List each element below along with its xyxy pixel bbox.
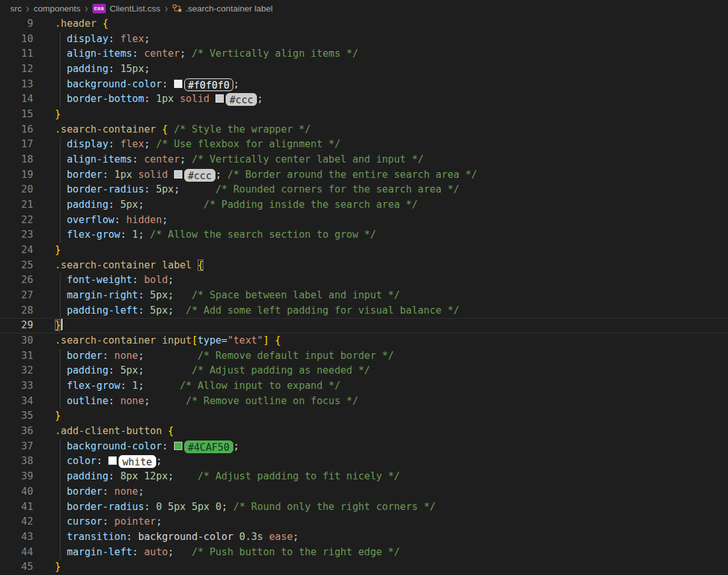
line-number[interactable]: 37 bbox=[0, 439, 33, 455]
code-token: } bbox=[55, 410, 61, 421]
line-number[interactable]: 36 bbox=[0, 424, 33, 439]
code-line[interactable]: 37 background-color: #4CAF50; bbox=[0, 439, 728, 455]
line-number[interactable]: 29 bbox=[0, 318, 33, 333]
line-number[interactable]: 31 bbox=[0, 349, 33, 364]
code-line[interactable]: 41 border-radius: 0 5px 5px 0; /* Round … bbox=[0, 500, 728, 515]
code-editor[interactable]: 9.header {10 display: flex;11 align-item… bbox=[0, 17, 728, 575]
code-text: padding: 5px; /* Adjust padding as neede… bbox=[55, 363, 370, 379]
line-number[interactable]: 21 bbox=[0, 198, 33, 213]
breadcrumb-item-file[interactable]: css ClientList.css bbox=[92, 4, 161, 13]
line-number[interactable]: 40 bbox=[0, 484, 33, 500]
code-line[interactable]: 13 background-color: #f0f0f0; bbox=[0, 77, 728, 92]
code-token bbox=[150, 395, 186, 407]
code-text: .header { bbox=[55, 17, 108, 32]
line-number[interactable]: 10 bbox=[0, 32, 33, 47]
code-token: : bbox=[108, 365, 120, 376]
line-number[interactable]: 33 bbox=[0, 379, 33, 394]
code-line[interactable]: 27 margin-right: 5px; /* Space between l… bbox=[0, 288, 728, 303]
line-number[interactable]: 43 bbox=[0, 530, 33, 545]
line-number[interactable]: 18 bbox=[0, 152, 33, 168]
line-number[interactable]: 23 bbox=[0, 228, 33, 243]
line-number[interactable]: 17 bbox=[0, 137, 33, 152]
code-line[interactable]: 18 align-items: center; /* Vertically ce… bbox=[0, 152, 728, 168]
code-line[interactable]: 19 border: 1px solid #ccc; /* Border aro… bbox=[0, 168, 728, 183]
code-line[interactable]: 17 display: flex; /* Use flexbox for ali… bbox=[0, 137, 728, 152]
line-number[interactable]: 45 bbox=[0, 560, 33, 575]
line-number[interactable]: 24 bbox=[0, 243, 33, 258]
line-number[interactable]: 41 bbox=[0, 500, 33, 515]
code-line[interactable]: 12 padding: 15px; bbox=[0, 62, 728, 77]
code-line[interactable]: 22 overflow: hidden; bbox=[0, 213, 728, 228]
code-line[interactable]: 29} bbox=[0, 318, 728, 333]
breadcrumb-item-src[interactable]: src bbox=[10, 4, 22, 13]
code-line[interactable]: 34 outline: none; /* Remove outline on f… bbox=[0, 394, 728, 409]
breadcrumb-item-components[interactable]: components bbox=[34, 4, 81, 13]
code-line[interactable]: 14 border-bottom: 1px solid #ccc; bbox=[0, 92, 728, 107]
line-number[interactable]: 39 bbox=[0, 469, 33, 484]
line-number[interactable]: 20 bbox=[0, 182, 33, 198]
code-token: ; bbox=[174, 184, 180, 195]
code-token: /* Adjust padding to fit nicely */ bbox=[198, 470, 400, 482]
line-number[interactable]: 26 bbox=[0, 273, 33, 288]
code-line[interactable]: 40 border: none; bbox=[0, 484, 728, 500]
line-number[interactable]: 25 bbox=[0, 258, 33, 273]
code-token bbox=[210, 501, 215, 513]
line-number[interactable]: 35 bbox=[0, 409, 33, 424]
line-number[interactable]: 30 bbox=[0, 333, 33, 349]
line-number[interactable]: 14 bbox=[0, 92, 33, 107]
code-token bbox=[55, 169, 67, 180]
code-token: .search-container bbox=[55, 124, 162, 135]
breadcrumb-item-symbol[interactable]: .search-container label bbox=[172, 3, 273, 13]
code-line[interactable]: 33 flex-grow: 1; /* Allow input to expan… bbox=[0, 379, 728, 394]
line-number[interactable]: 38 bbox=[0, 454, 33, 469]
line-number[interactable]: 11 bbox=[0, 47, 33, 62]
line-number[interactable]: 22 bbox=[0, 213, 33, 228]
code-line[interactable]: 9.header { bbox=[0, 17, 728, 32]
line-number[interactable]: 9 bbox=[0, 17, 33, 32]
line-number[interactable]: 13 bbox=[0, 77, 33, 92]
code-line[interactable]: 24} bbox=[0, 243, 728, 258]
code-line[interactable]: 32 padding: 5px; /* Adjust padding as ne… bbox=[0, 363, 728, 379]
breadcrumb-label: components bbox=[34, 4, 81, 13]
line-number[interactable]: 12 bbox=[0, 62, 33, 77]
code-line[interactable]: 21 padding: 5px; /* Padding inside the s… bbox=[0, 198, 728, 213]
code-line[interactable]: 36.add-client-button { bbox=[0, 424, 728, 439]
code-line[interactable]: 35} bbox=[0, 409, 728, 424]
code-line[interactable]: 11 align-items: center; /* Vertically al… bbox=[0, 47, 728, 62]
code-text: border-radius: 5px; /* Rounded corners f… bbox=[55, 182, 460, 198]
code-line[interactable]: 25.search-container label { bbox=[0, 258, 728, 273]
code-line[interactable]: 45} bbox=[0, 560, 728, 575]
line-number[interactable]: 28 bbox=[0, 303, 33, 319]
code-line[interactable]: 44 margin-left: auto; /* Push button to … bbox=[0, 545, 728, 560]
line-number[interactable]: 27 bbox=[0, 288, 33, 303]
code-token: : bbox=[132, 154, 144, 165]
line-number[interactable]: 16 bbox=[0, 122, 33, 138]
code-token: /* Remove outline on focus */ bbox=[186, 395, 358, 407]
code-line[interactable]: 16.search-container { /* Style the wrapp… bbox=[0, 122, 728, 138]
code-line[interactable]: 28 padding-left: 5px; /* Add some left p… bbox=[0, 303, 728, 319]
code-line[interactable]: 42 cursor: pointer; bbox=[0, 514, 728, 530]
code-token: padding bbox=[67, 365, 108, 376]
code-line[interactable]: 31 border: none; /* Remove default input… bbox=[0, 349, 728, 364]
code-token: ; bbox=[138, 365, 144, 376]
code-line[interactable]: 26 font-weight: bold; bbox=[0, 273, 728, 288]
line-number[interactable]: 32 bbox=[0, 363, 33, 379]
code-line[interactable]: 39 padding: 8px 12px; /* Adjust padding … bbox=[0, 469, 728, 484]
code-line[interactable]: 15} bbox=[0, 107, 728, 122]
code-token: : bbox=[144, 93, 156, 105]
code-line[interactable]: 23 flex-grow: 1; /* Allow the search sec… bbox=[0, 228, 728, 243]
code-text: align-items: center; /* Vertically cente… bbox=[55, 152, 424, 168]
line-number[interactable]: 34 bbox=[0, 394, 33, 409]
code-token: : bbox=[132, 48, 144, 59]
line-number[interactable]: 44 bbox=[0, 545, 33, 560]
code-line[interactable]: 30.search-container input[type="text"] { bbox=[0, 333, 728, 349]
line-number[interactable]: 42 bbox=[0, 514, 33, 530]
code-token: : bbox=[132, 546, 144, 558]
code-line[interactable]: 43 transition: background-color 0.3s eas… bbox=[0, 530, 728, 545]
code-line[interactable]: 38 color: white; bbox=[0, 454, 728, 469]
code-line[interactable]: 10 display: flex; bbox=[0, 32, 728, 47]
line-number[interactable]: 15 bbox=[0, 107, 33, 122]
code-line[interactable]: 20 border-radius: 5px; /* Rounded corner… bbox=[0, 182, 728, 198]
line-number[interactable]: 19 bbox=[0, 168, 33, 183]
code-token: ; bbox=[144, 395, 150, 407]
